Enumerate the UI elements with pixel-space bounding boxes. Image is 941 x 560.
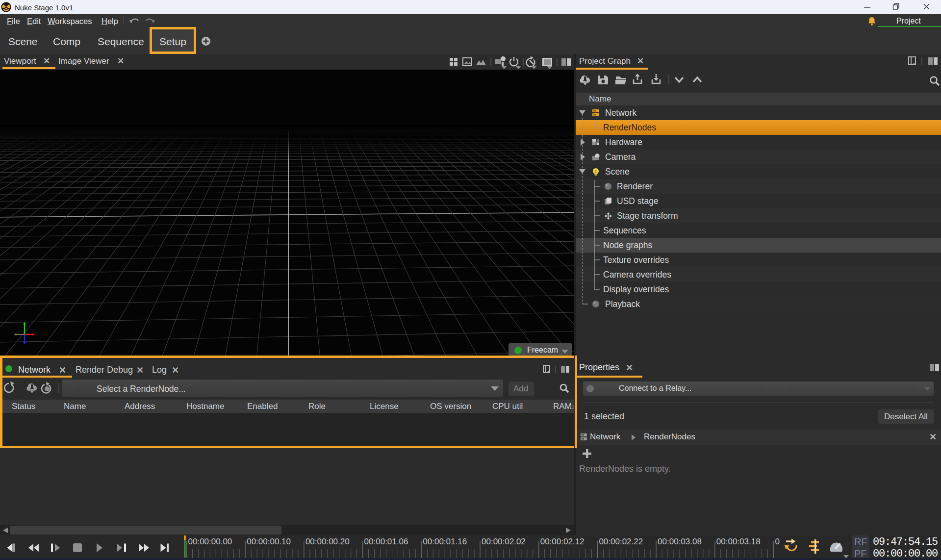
svg-text:00:00:02.22: 00:00:02.22	[599, 537, 643, 546]
svg-text:00:00:00.10: 00:00:00.10	[247, 537, 291, 546]
svg-text:00:00:00.00: 00:00:00.00	[188, 537, 232, 546]
svg-text:00:00:00.20: 00:00:00.20	[305, 537, 350, 546]
svg-text:00:00:02.02: 00:00:02.02	[482, 537, 526, 546]
svg-text:00:00:01.16: 00:00:01.16	[423, 537, 467, 546]
svg-text:00:00:03.18: 00:00:03.18	[716, 537, 761, 546]
svg-text:00:00:01.06: 00:00:01.06	[364, 537, 408, 546]
svg-text:00:00:02.12: 00:00:02.12	[540, 537, 585, 546]
svg-text:00:00:03.08: 00:00:03.08	[658, 537, 702, 546]
svg-text:0: 0	[775, 537, 780, 546]
